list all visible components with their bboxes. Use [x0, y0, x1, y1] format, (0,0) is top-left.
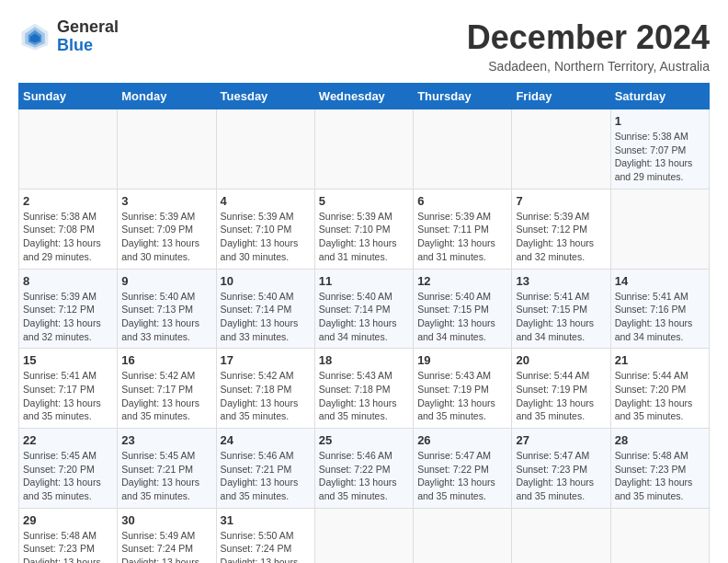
- day-info: Sunrise: 5:40 AMSunset: 7:15 PMDaylight:…: [417, 290, 507, 344]
- day-number: 20: [516, 353, 606, 367]
- day-number: 12: [417, 274, 507, 288]
- day-info: Sunrise: 5:39 AMSunset: 7:12 PMDaylight:…: [516, 210, 606, 264]
- day-number: 11: [319, 274, 409, 288]
- page-header: General Blue December 2024 Sadadeen, Nor…: [18, 18, 710, 74]
- day-number: 3: [121, 194, 211, 208]
- day-number: 27: [516, 433, 606, 447]
- day-number: 19: [417, 353, 507, 367]
- calendar-week-1: 1Sunrise: 5:38 AMSunset: 7:07 PMDaylight…: [19, 109, 710, 190]
- calendar-cell: 19Sunrise: 5:43 AMSunset: 7:19 PMDayligh…: [414, 349, 512, 429]
- day-info: Sunrise: 5:38 AMSunset: 7:08 PMDaylight:…: [23, 210, 113, 264]
- calendar-table: SundayMondayTuesdayWednesdayThursdayFrid…: [18, 83, 710, 563]
- day-of-week-thursday: Thursday: [414, 84, 512, 109]
- calendar-cell: 10Sunrise: 5:40 AMSunset: 7:14 PMDayligh…: [216, 269, 314, 349]
- calendar-cell: [414, 109, 512, 190]
- day-info: Sunrise: 5:48 AMSunset: 7:23 PMDaylight:…: [615, 449, 705, 503]
- calendar-cell: 6Sunrise: 5:39 AMSunset: 7:11 PMDaylight…: [414, 189, 512, 269]
- calendar-cell: 14Sunrise: 5:41 AMSunset: 7:16 PMDayligh…: [610, 269, 709, 349]
- day-info: Sunrise: 5:39 AMSunset: 7:11 PMDaylight:…: [417, 210, 507, 264]
- day-number: 9: [121, 274, 211, 288]
- calendar-cell: 1Sunrise: 5:38 AMSunset: 7:07 PMDaylight…: [610, 109, 709, 190]
- day-number: 23: [121, 433, 211, 447]
- day-info: Sunrise: 5:42 AMSunset: 7:18 PMDaylight:…: [221, 369, 311, 423]
- calendar-cell: 31Sunrise: 5:50 AMSunset: 7:24 PMDayligh…: [216, 508, 314, 563]
- day-info: Sunrise: 5:39 AMSunset: 7:12 PMDaylight:…: [23, 290, 113, 344]
- calendar-week-2: 2Sunrise: 5:38 AMSunset: 7:08 PMDaylight…: [19, 189, 710, 269]
- calendar-cell: 3Sunrise: 5:39 AMSunset: 7:09 PMDaylight…: [118, 189, 216, 269]
- day-info: Sunrise: 5:47 AMSunset: 7:23 PMDaylight:…: [516, 449, 606, 503]
- calendar-cell: 29Sunrise: 5:48 AMSunset: 7:23 PMDayligh…: [19, 508, 118, 563]
- day-number: 28: [615, 433, 705, 447]
- day-number: 8: [23, 274, 113, 288]
- calendar-week-6: 29Sunrise: 5:48 AMSunset: 7:23 PMDayligh…: [19, 508, 710, 563]
- calendar-cell: [314, 508, 413, 563]
- day-info: Sunrise: 5:45 AMSunset: 7:21 PMDaylight:…: [121, 449, 211, 503]
- calendar-cell: 18Sunrise: 5:43 AMSunset: 7:18 PMDayligh…: [314, 349, 413, 429]
- calendar-cell: 7Sunrise: 5:39 AMSunset: 7:12 PMDaylight…: [512, 189, 610, 269]
- calendar-cell: 24Sunrise: 5:46 AMSunset: 7:21 PMDayligh…: [216, 429, 314, 509]
- day-info: Sunrise: 5:47 AMSunset: 7:22 PMDaylight:…: [417, 449, 507, 503]
- day-number: 15: [23, 353, 113, 367]
- day-number: 21: [615, 353, 705, 367]
- day-number: 2: [23, 194, 113, 208]
- day-info: Sunrise: 5:41 AMSunset: 7:17 PMDaylight:…: [23, 369, 113, 423]
- day-info: Sunrise: 5:38 AMSunset: 7:07 PMDaylight:…: [615, 130, 705, 184]
- day-number: 24: [221, 433, 311, 447]
- day-info: Sunrise: 5:44 AMSunset: 7:19 PMDaylight:…: [516, 369, 606, 423]
- day-of-week-saturday: Saturday: [610, 84, 709, 109]
- day-info: Sunrise: 5:43 AMSunset: 7:19 PMDaylight:…: [417, 369, 507, 423]
- calendar-cell: 5Sunrise: 5:39 AMSunset: 7:10 PMDaylight…: [314, 189, 413, 269]
- day-info: Sunrise: 5:50 AMSunset: 7:24 PMDaylight:…: [221, 529, 311, 563]
- day-info: Sunrise: 5:40 AMSunset: 7:14 PMDaylight:…: [221, 290, 311, 344]
- day-number: 5: [319, 194, 409, 208]
- calendar-cell: [19, 109, 118, 190]
- calendar-cell: 30Sunrise: 5:49 AMSunset: 7:24 PMDayligh…: [118, 508, 216, 563]
- calendar-cell: [314, 109, 413, 190]
- calendar-body: 1Sunrise: 5:38 AMSunset: 7:07 PMDaylight…: [19, 109, 710, 564]
- calendar-cell: 23Sunrise: 5:45 AMSunset: 7:21 PMDayligh…: [118, 429, 216, 509]
- subtitle: Sadadeen, Northern Territory, Australia: [467, 59, 710, 74]
- day-number: 25: [319, 433, 409, 447]
- day-number: 7: [516, 194, 606, 208]
- day-info: Sunrise: 5:43 AMSunset: 7:18 PMDaylight:…: [319, 369, 409, 423]
- day-number: 17: [221, 353, 311, 367]
- calendar-week-4: 15Sunrise: 5:41 AMSunset: 7:17 PMDayligh…: [19, 349, 710, 429]
- day-number: 1: [615, 114, 705, 128]
- calendar-cell: 11Sunrise: 5:40 AMSunset: 7:14 PMDayligh…: [314, 269, 413, 349]
- logo-general: General: [57, 18, 119, 37]
- day-info: Sunrise: 5:39 AMSunset: 7:10 PMDaylight:…: [221, 210, 311, 264]
- day-of-week-sunday: Sunday: [19, 84, 118, 109]
- day-number: 10: [221, 274, 311, 288]
- calendar-cell: 25Sunrise: 5:46 AMSunset: 7:22 PMDayligh…: [314, 429, 413, 509]
- day-number: 14: [615, 274, 705, 288]
- day-info: Sunrise: 5:42 AMSunset: 7:17 PMDaylight:…: [121, 369, 211, 423]
- day-number: 26: [417, 433, 507, 447]
- day-number: 13: [516, 274, 606, 288]
- day-number: 16: [121, 353, 211, 367]
- calendar-cell: 27Sunrise: 5:47 AMSunset: 7:23 PMDayligh…: [512, 429, 610, 509]
- day-info: Sunrise: 5:41 AMSunset: 7:15 PMDaylight:…: [516, 290, 606, 344]
- calendar-cell: [512, 508, 610, 563]
- calendar-cell: 13Sunrise: 5:41 AMSunset: 7:15 PMDayligh…: [512, 269, 610, 349]
- day-number: 29: [23, 513, 113, 527]
- day-of-week-tuesday: Tuesday: [216, 84, 314, 109]
- calendar-cell: 20Sunrise: 5:44 AMSunset: 7:19 PMDayligh…: [512, 349, 610, 429]
- calendar-cell: [414, 508, 512, 563]
- day-number: 22: [23, 433, 113, 447]
- day-number: 18: [319, 353, 409, 367]
- day-info: Sunrise: 5:46 AMSunset: 7:21 PMDaylight:…: [221, 449, 311, 503]
- calendar-cell: 12Sunrise: 5:40 AMSunset: 7:15 PMDayligh…: [414, 269, 512, 349]
- calendar-cell: 8Sunrise: 5:39 AMSunset: 7:12 PMDaylight…: [19, 269, 118, 349]
- calendar-header: SundayMondayTuesdayWednesdayThursdayFrid…: [19, 84, 710, 109]
- calendar-cell: [512, 109, 610, 190]
- calendar-cell: [610, 189, 709, 269]
- calendar-cell: [610, 508, 709, 563]
- day-info: Sunrise: 5:46 AMSunset: 7:22 PMDaylight:…: [319, 449, 409, 503]
- day-number: 30: [121, 513, 211, 527]
- calendar-cell: 28Sunrise: 5:48 AMSunset: 7:23 PMDayligh…: [610, 429, 709, 509]
- calendar-cell: 21Sunrise: 5:44 AMSunset: 7:20 PMDayligh…: [610, 349, 709, 429]
- logo-icon: [18, 20, 51, 53]
- day-number: 31: [221, 513, 311, 527]
- calendar-week-3: 8Sunrise: 5:39 AMSunset: 7:12 PMDaylight…: [19, 269, 710, 349]
- calendar-cell: 9Sunrise: 5:40 AMSunset: 7:13 PMDaylight…: [118, 269, 216, 349]
